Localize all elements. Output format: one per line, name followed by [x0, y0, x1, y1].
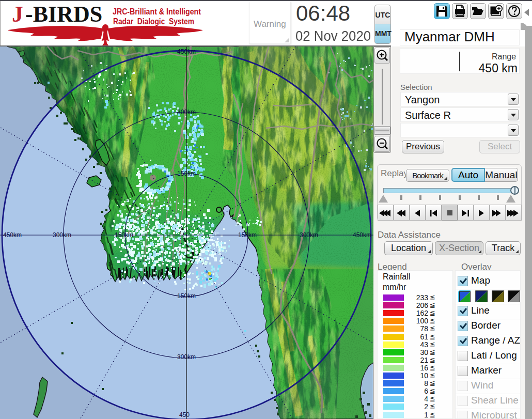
svg-text:JRC-Brilliant & Intelligent: JRC-Brilliant & Intelligent: [113, 7, 201, 17]
svg-text:150km: 150km: [177, 292, 196, 300]
svg-text:300km: 300km: [53, 231, 71, 239]
svg-text:300km: 300km: [177, 108, 196, 116]
svg-text:150km: 150km: [115, 231, 133, 239]
svg-text:450: 450: [179, 411, 190, 418]
svg-text:300km: 300km: [300, 231, 318, 239]
svg-text:Radar Dialogic System: Radar Dialogic System: [113, 17, 194, 26]
svg-text:450km: 450km: [177, 48, 196, 55]
svg-text:450km: 450km: [3, 231, 22, 239]
svg-text:150km: 150km: [238, 231, 257, 239]
svg-text:150km: 150km: [177, 170, 196, 177]
svg-text:450km: 450km: [353, 231, 371, 239]
svg-text:300km: 300km: [177, 353, 196, 361]
svg-text:-BIRDS: -BIRDS: [25, 2, 102, 27]
svg-text:J: J: [12, 2, 23, 27]
